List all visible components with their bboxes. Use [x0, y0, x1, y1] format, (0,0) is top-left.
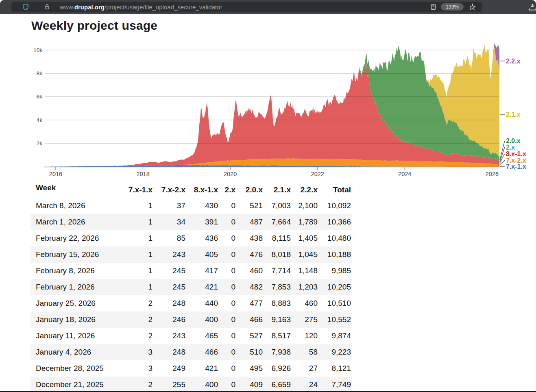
value-cell: 8,883 [264, 295, 292, 311]
value-cell: 430 [186, 198, 219, 214]
value-cell: 1 [123, 230, 153, 246]
value-cell: 1 [123, 198, 153, 214]
url-prefix: www. [60, 4, 74, 11]
series-label-7.x-1.x: 7.x-1.x [506, 163, 526, 170]
value-cell: 460 [292, 295, 318, 311]
value-cell: 243 [153, 328, 186, 344]
value-cell: 0 [219, 377, 236, 392]
value-cell: 8,018 [264, 246, 292, 263]
value-cell: 24 [292, 377, 318, 392]
value-cell: 440 [186, 295, 219, 311]
usage-table: Week7.x-1.x7.x-2.x8.x-1.x2.x2.0.x2.1.x2.… [31, 183, 352, 392]
value-cell: 465 [186, 328, 219, 344]
value-cell: 10,552 [318, 311, 352, 328]
reader-mode-icon[interactable] [430, 3, 437, 11]
value-cell: 0 [219, 311, 236, 328]
column-header-total: Total [318, 183, 352, 198]
value-cell: 8,121 [318, 360, 352, 377]
value-cell: 1 [123, 263, 153, 279]
value-cell: 460 [236, 263, 264, 279]
y-axis-tick-label: 8k [37, 70, 43, 76]
x-axis-tick-label: 2020 [224, 171, 237, 177]
value-cell: 9,874 [318, 328, 352, 344]
value-cell: 275 [292, 311, 318, 328]
usage-chart: 2k4k6k8k10k2016201820202022202420267.x-1… [0, 39, 536, 179]
week-cell: January 25, 2026 [31, 295, 123, 311]
browser-window: { "browser": { "url_prefix": "www.", "ur… [0, 0, 536, 392]
lock-icon[interactable] [44, 3, 50, 11]
url-bar[interactable]: www.drupal.org/project/usage/file_upload… [11, 2, 482, 12]
download-icon[interactable] [527, 3, 536, 11]
value-cell: 421 [186, 360, 219, 377]
value-cell: 1,148 [292, 263, 318, 279]
table-row: January 25, 2026224844004778,88346010,51… [31, 295, 352, 311]
value-cell: 510 [236, 344, 264, 360]
x-axis-tick-label: 2018 [136, 171, 149, 177]
usage-table-header: Week7.x-1.x7.x-2.x8.x-1.x2.x2.0.x2.1.x2.… [31, 183, 352, 198]
column-header-2-0-x: 2.0.x [236, 183, 264, 198]
value-cell: 243 [153, 246, 186, 263]
value-cell: 400 [186, 377, 219, 392]
value-cell: 2 [123, 328, 153, 344]
series-label-line [500, 141, 505, 160]
x-axis-tick-label: 2016 [49, 171, 62, 177]
value-cell: 120 [292, 328, 318, 344]
value-cell: 0 [219, 344, 236, 360]
value-cell: 245 [153, 263, 186, 279]
week-cell: February 1, 2026 [31, 279, 123, 295]
value-cell: 0 [219, 279, 236, 295]
series-label-2.1.x: 2.1.x [506, 111, 521, 118]
value-cell: 477 [236, 295, 264, 311]
value-cell: 7,714 [264, 263, 292, 279]
week-cell: January 18, 2026 [31, 311, 123, 328]
value-cell: 10,510 [318, 295, 352, 311]
browser-toolbar: www.drupal.org/project/usage/file_upload… [0, 0, 536, 14]
value-cell: 7,853 [264, 279, 292, 295]
value-cell: 246 [153, 311, 186, 328]
value-cell: 255 [153, 377, 186, 392]
value-cell: 0 [219, 328, 236, 344]
value-cell: 405 [186, 246, 219, 263]
y-axis-tick-label: 6k [37, 94, 43, 100]
table-row: February 1, 2026124542104827,8531,20310,… [31, 279, 352, 295]
column-header-2-2-x: 2.2.x [292, 183, 318, 198]
table-row: December 21, 2025225540004096,659247,749 [31, 377, 352, 392]
week-cell: December 28, 2025 [31, 360, 123, 377]
value-cell: 0 [219, 360, 236, 377]
value-cell: 521 [236, 198, 264, 214]
value-cell: 0 [219, 214, 236, 230]
value-cell: 417 [186, 263, 219, 279]
value-cell: 466 [236, 311, 264, 328]
bookmark-star-icon[interactable] [468, 3, 476, 11]
value-cell: 85 [153, 230, 186, 246]
value-cell: 34 [153, 214, 186, 230]
url-path: /project/usage/file_upload_secure_valida… [105, 4, 222, 11]
week-cell: January 11, 2026 [31, 328, 123, 344]
week-cell: December 21, 2025 [31, 377, 123, 392]
value-cell: 436 [186, 230, 219, 246]
value-cell: 58 [292, 344, 318, 360]
value-cell: 7,003 [264, 198, 292, 214]
y-axis-tick-label: 2k [37, 140, 43, 146]
zoom-level-badge[interactable]: 133% [441, 3, 464, 11]
week-cell: January 4, 2026 [31, 344, 123, 360]
week-cell: March 1, 2026 [31, 214, 123, 230]
tracking-protection-shield-icon[interactable] [22, 3, 29, 11]
table-row: January 11, 2026224346505278,5171209,874 [31, 328, 352, 344]
week-cell: February 22, 2026 [31, 230, 123, 246]
value-cell: 438 [236, 230, 264, 246]
table-row: February 22, 202618543604388,1151,40510,… [31, 230, 352, 246]
value-cell: 495 [236, 360, 264, 377]
week-cell: March 8, 2026 [31, 198, 123, 214]
series-label-2.0.x: 2.0.x [506, 137, 521, 144]
value-cell: 1,203 [292, 279, 318, 295]
value-cell: 487 [236, 214, 264, 230]
value-cell: 9,223 [318, 344, 352, 360]
url-text[interactable]: www.drupal.org/project/usage/file_upload… [60, 4, 430, 11]
url-domain: drupal.org [74, 4, 105, 11]
column-header-8-x-1-x: 8.x-1.x [186, 183, 219, 198]
column-header-7-x-2-x: 7.x-2.x [153, 183, 186, 198]
table-row: January 18, 2026224640004669,16327510,55… [31, 311, 352, 328]
value-cell: 3 [123, 344, 153, 360]
y-axis-tick-label: 10k [33, 47, 42, 53]
